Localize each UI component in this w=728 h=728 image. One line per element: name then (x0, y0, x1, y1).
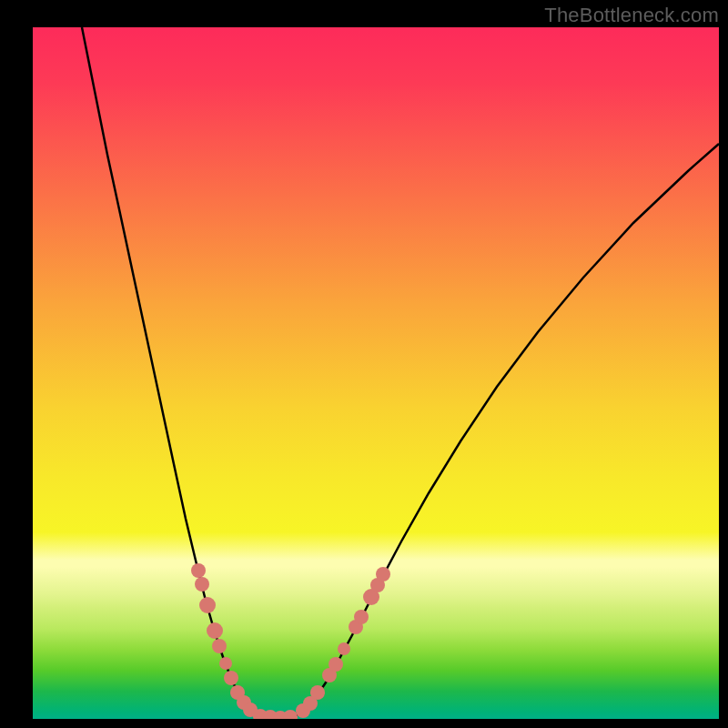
data-dot (212, 639, 227, 653)
data-dot (283, 710, 298, 719)
data-dot (224, 671, 238, 685)
watermark-text: TheBottleneck.com (544, 4, 719, 27)
data-dots (191, 563, 390, 719)
data-dot (354, 610, 369, 624)
curve-layer (33, 27, 719, 719)
bottleneck-curve (82, 27, 719, 718)
data-dot (376, 567, 390, 581)
data-dot (329, 657, 343, 672)
data-dot (195, 577, 209, 592)
data-dot (199, 597, 216, 613)
data-dot (191, 563, 206, 578)
chart-frame: TheBottleneck.com (0, 0, 728, 728)
data-dot (338, 642, 350, 655)
data-dot (219, 657, 232, 670)
plot-area (33, 27, 719, 719)
data-dot (207, 622, 223, 639)
data-dot (310, 685, 325, 700)
